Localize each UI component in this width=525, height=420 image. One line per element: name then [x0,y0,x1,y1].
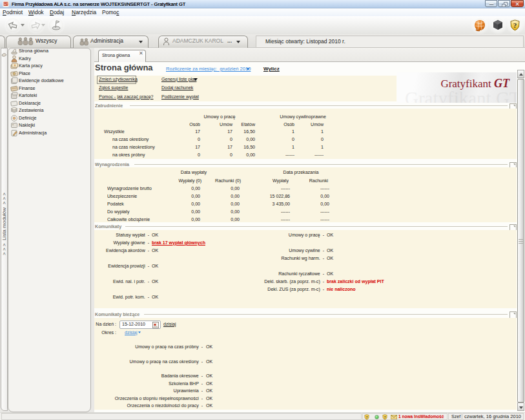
svg-text:GT: GT [4,2,8,6]
svg-text:?: ? [384,415,386,419]
svg-text:?: ? [366,415,368,419]
svg-text:?: ? [513,21,517,29]
